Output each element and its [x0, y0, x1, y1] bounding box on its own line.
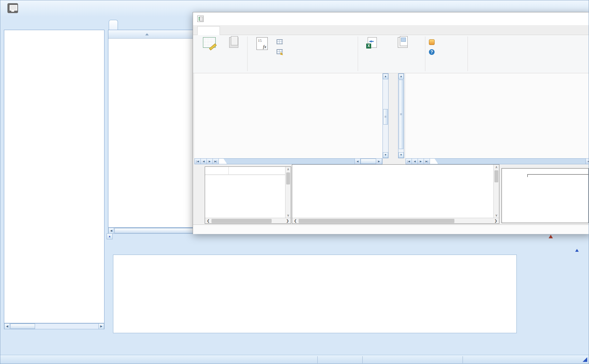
- sheet-tab-file1[interactable]: [219, 159, 227, 164]
- scroll-left-icon[interactable]: ◀: [585, 159, 589, 164]
- scroll-left-icon[interactable]: ◀: [4, 324, 10, 329]
- sort-asc-icon: [145, 33, 149, 35]
- history-version-panel: [113, 255, 517, 333]
- sheet-next-icon[interactable]: ▶: [207, 159, 213, 164]
- scroll-left-icon[interactable]: ◀: [355, 159, 361, 164]
- scroll-thumb[interactable]: [494, 170, 498, 182]
- scroll-down-icon[interactable]: ∨: [285, 214, 291, 217]
- scroll-down-icon[interactable]: ▼: [383, 152, 388, 158]
- scroll-right-icon[interactable]: ❯: [493, 219, 499, 223]
- sheet-first-icon[interactable]: |◀: [406, 159, 412, 164]
- tab-home[interactable]: [197, 26, 220, 35]
- sheet-grid-file2[interactable]: [406, 73, 589, 158]
- export-results-icon: [368, 37, 377, 48]
- scroll-thumb[interactable]: [399, 80, 403, 149]
- red-triangle-marker: [549, 235, 553, 238]
- compare-titlebar[interactable]: [193, 12, 589, 25]
- blue-triangle-marker: [575, 249, 579, 252]
- options-vertical-scrollbar[interactable]: ∧ ∨: [285, 167, 291, 218]
- help-button[interactable]: ?: [429, 49, 437, 55]
- results-vertical-scrollbar[interactable]: ∧ ∨: [493, 165, 499, 218]
- compare-results-pane: ∧ ∨ ❮ ❯: [292, 164, 499, 224]
- sheet-last-icon[interactable]: ▶|: [424, 159, 430, 164]
- scroll-up-icon[interactable]: ▲: [398, 74, 404, 79]
- resize-cells-icon: [277, 39, 283, 44]
- spreadsheet-compare-window: ? ▲ ▼ |◀ ◀ ▶ ▶| ◀ ▶ ▲: [193, 12, 589, 234]
- compare-app-icon: [197, 16, 204, 22]
- file2-vertical-scrollbar[interactable]: ▲ ▼: [398, 73, 404, 158]
- compare-chart-pane: [502, 168, 589, 223]
- options-icon: [429, 39, 435, 45]
- file1-sheet-bar: |◀ ◀ ▶ ▶| ◀ ▶: [194, 158, 383, 164]
- show-formulas-button[interactable]: [250, 37, 274, 52]
- scroll-down-icon[interactable]: ∨: [494, 214, 499, 217]
- resize-cells-button[interactable]: [277, 39, 285, 44]
- results-horizontal-scrollbar[interactable]: ❮ ❯: [292, 218, 499, 223]
- scroll-thumb[interactable]: [211, 219, 272, 223]
- workbook-formatting-icon: [277, 49, 283, 54]
- app-logo-icon: [7, 3, 18, 13]
- sheet-prev-icon[interactable]: ◀: [201, 159, 207, 164]
- show-workbook-formatting-button[interactable]: [277, 49, 285, 54]
- chart-axis-line: [527, 174, 588, 175]
- scroll-right-icon[interactable]: ❯: [284, 219, 291, 223]
- compare-files-icon: [203, 37, 216, 48]
- compare-files-button[interactable]: [197, 37, 222, 50]
- scroll-down-icon[interactable]: ▼: [398, 152, 404, 158]
- scroll-up-icon[interactable]: ∧: [494, 165, 499, 169]
- scroll-up-icon[interactable]: ▲: [383, 74, 388, 79]
- copy-results-button[interactable]: [386, 37, 420, 50]
- file2-sheet-bar: |◀ ◀ ▶ ▶| ◀: [406, 158, 589, 164]
- compare-minimize-button[interactable]: [566, 15, 576, 22]
- sheet-first-icon[interactable]: |◀: [195, 159, 201, 164]
- options-horizontal-scrollbar[interactable]: ❮ ❯: [205, 218, 291, 223]
- copy-results-icon: [398, 37, 408, 48]
- compare-statusbar: [193, 224, 589, 234]
- compare-options-pane: ∧ ∨ ❮ ❯: [205, 166, 291, 224]
- scroll-thumb[interactable]: [299, 219, 454, 223]
- scroll-thumb[interactable]: [10, 324, 35, 329]
- scroll-right-icon[interactable]: ▶: [376, 159, 382, 164]
- folder-tree: [4, 30, 104, 323]
- panel-collapse-button[interactable]: ▲: [107, 233, 113, 239]
- scroll-right-icon[interactable]: ▶: [98, 324, 104, 329]
- tab-doc-list[interactable]: [109, 20, 118, 30]
- options-button[interactable]: [429, 39, 437, 45]
- compare-ribbon-tabs: [193, 25, 589, 35]
- sheet-next-icon[interactable]: ▶: [418, 159, 424, 164]
- app-window: ◀ ▶ ◀ ▲: [0, 0, 589, 364]
- scroll-up-icon[interactable]: ∧: [285, 167, 291, 171]
- tree-horizontal-scrollbar[interactable]: ◀ ▶: [4, 323, 104, 329]
- show-details-icon: [229, 37, 238, 48]
- sheet-last-icon[interactable]: ▶|: [213, 159, 219, 164]
- show-formulas-icon: [256, 37, 268, 50]
- scroll-left-icon[interactable]: ◀: [108, 228, 114, 233]
- app-statusbar: [0, 355, 589, 364]
- sheet-prev-icon[interactable]: ◀: [412, 159, 418, 164]
- resize-grip-icon: [583, 357, 587, 362]
- compare-ribbon: ?: [193, 35, 589, 73]
- sheet-tab-file2[interactable]: [430, 159, 438, 164]
- export-results-button[interactable]: [362, 37, 383, 50]
- scroll-thumb[interactable]: [383, 109, 388, 125]
- scroll-thumb[interactable]: [361, 159, 376, 164]
- show-details-button[interactable]: [223, 37, 245, 50]
- scroll-thumb[interactable]: [286, 172, 290, 184]
- scroll-left-icon[interactable]: ❮: [205, 219, 211, 223]
- help-icon: ?: [429, 49, 435, 55]
- scroll-left-icon[interactable]: ❮: [292, 219, 299, 223]
- file1-vertical-scrollbar[interactable]: ▲ ▼: [383, 73, 389, 158]
- sheet-grid-file1[interactable]: [194, 73, 383, 158]
